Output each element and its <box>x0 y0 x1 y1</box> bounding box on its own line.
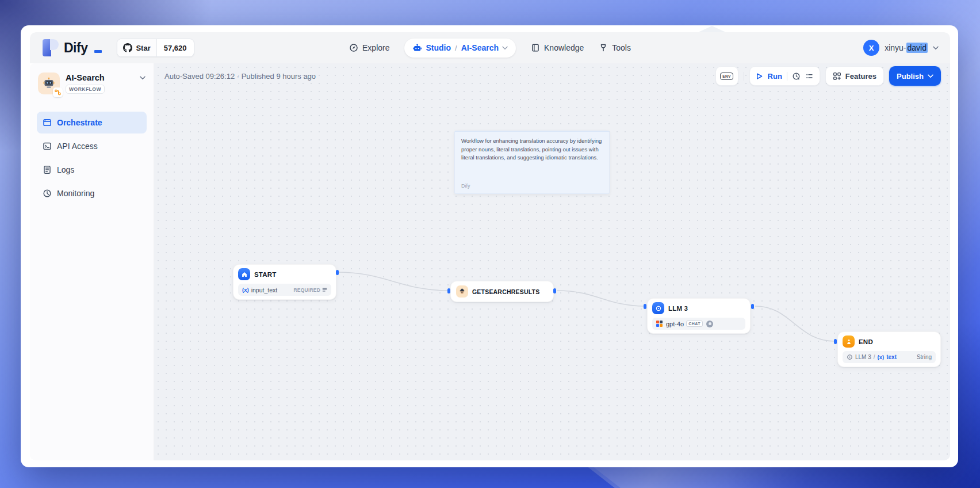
model-settings-icon <box>706 321 713 327</box>
nav-knowledge-label: Knowledge <box>544 43 584 52</box>
sidebar-item-logs[interactable]: Logs <box>37 159 147 181</box>
nav-studio-active[interactable]: Studio / AI-Search <box>404 39 516 58</box>
logo-underscore <box>94 50 102 53</box>
llm-model-row: gpt-4o CHAT <box>652 318 745 330</box>
node-llm-3[interactable]: LLM 3 gpt-4o CHAT <box>647 298 751 334</box>
checklist-icon[interactable] <box>805 72 814 81</box>
canvas-toolbar: Auto-Saved 09:26:12 · Published 9 hours … <box>154 63 950 89</box>
env-variables-button[interactable]: ENV <box>715 66 738 86</box>
run-button[interactable]: Run <box>768 72 782 81</box>
app-window: Dify Star 57,620 Explore <box>21 25 958 467</box>
account-menu[interactable]: X xinyu-david <box>863 32 939 63</box>
workflow-type-icon <box>53 87 63 97</box>
chevron-down-icon <box>928 74 933 78</box>
github-icon <box>123 43 132 52</box>
dify-logo[interactable]: Dify <box>43 39 102 56</box>
port-tool-out[interactable] <box>553 288 556 293</box>
ref-node-icon <box>847 354 853 360</box>
output-type: String <box>917 354 932 360</box>
variable-icon: (x) <box>242 287 249 293</box>
sidebar-item-label: API Access <box>57 142 98 151</box>
star-label: Star <box>136 44 150 52</box>
toolbar-divider <box>744 72 744 81</box>
required-label: REQUIRED <box>294 287 320 293</box>
run-history-icon[interactable] <box>792 72 801 81</box>
llm-node-icon <box>652 302 664 314</box>
chevron-down-icon <box>933 46 939 50</box>
monitoring-gauge-icon <box>43 189 52 198</box>
node-title: END <box>859 338 873 345</box>
model-name: gpt-4o <box>666 321 684 327</box>
edge-llm-to-end <box>755 306 835 341</box>
node-title: GETSEARCHRESULTS <box>472 288 539 295</box>
sidebar-item-label: Orchestrate <box>57 118 102 127</box>
breadcrumb-separator: / <box>455 44 457 52</box>
chevron-down-icon <box>502 46 508 50</box>
run-button-group: Run <box>749 66 820 86</box>
port-llm-in[interactable] <box>644 304 646 309</box>
sidebar-item-monitoring[interactable]: Monitoring <box>37 182 147 204</box>
env-icon: ENV <box>720 73 733 80</box>
sidebar-item-label: Monitoring <box>57 189 94 198</box>
orchestrate-icon <box>43 118 52 127</box>
variable-icon: (x) <box>878 354 885 360</box>
features-button[interactable]: Features <box>825 66 884 86</box>
explore-icon <box>349 43 358 52</box>
model-mode-badge: CHAT <box>686 321 703 327</box>
username: xinyu-david <box>885 43 928 52</box>
autosave-status: Auto-Saved 09:26:12 · Published 9 hours … <box>164 72 316 81</box>
app-switcher[interactable]: AI-Search WORKFLOW <box>30 70 154 94</box>
port-tool-in[interactable] <box>447 288 450 293</box>
node-getsearchresults[interactable]: GETSEARCHRESULTS <box>450 281 554 302</box>
node-end[interactable]: END LLM 3 / (x) text String <box>837 331 941 367</box>
nav-knowledge[interactable]: Knowledge <box>531 43 584 52</box>
left-sidebar: AI-Search WORKFLOW Orchestrate API Acces <box>30 63 154 460</box>
nav-explore-label: Explore <box>362 43 389 52</box>
breadcrumb-app-name[interactable]: AI-Search <box>461 43 499 52</box>
edge-start-to-tool <box>337 272 449 291</box>
app-icon <box>38 73 60 94</box>
github-star-button[interactable]: Star 57,620 <box>117 39 194 57</box>
node-title: LLM 3 <box>668 305 688 312</box>
workflow-canvas[interactable]: Auto-Saved 09:26:12 · Published 9 hours … <box>154 63 950 460</box>
knowledge-book-icon <box>531 43 540 52</box>
features-label: Features <box>845 72 876 81</box>
ref-separator: / <box>874 354 875 360</box>
api-terminal-icon <box>43 142 52 151</box>
nav-tools[interactable]: Tools <box>599 43 631 52</box>
play-icon[interactable] <box>756 73 763 80</box>
publish-label: Publish <box>897 72 924 81</box>
port-llm-out[interactable] <box>751 304 754 309</box>
sidebar-item-label: Logs <box>57 165 74 174</box>
start-node-icon <box>238 268 250 280</box>
sidebar-item-orchestrate[interactable]: Orchestrate <box>37 112 147 134</box>
app-type-badge: WORKFLOW <box>66 85 105 94</box>
nav-tools-label: Tools <box>612 43 631 52</box>
ref-node-name: LLM 3 <box>855 354 871 360</box>
sidebar-menu: Orchestrate API Access Logs Monitor <box>30 112 154 204</box>
canvas-note[interactable]: Workflow for enhancing translation accur… <box>454 131 610 194</box>
port-end-in[interactable] <box>834 339 837 344</box>
studio-robot-icon <box>412 43 422 53</box>
text-lines-icon <box>322 287 327 292</box>
username-selected-text: david <box>906 43 928 53</box>
chevron-down-icon[interactable] <box>140 76 146 80</box>
main-nav: Explore Studio / AI-Search Knowledge <box>349 32 631 63</box>
publish-button[interactable]: Publish <box>889 66 941 86</box>
avatar: X <box>863 40 879 56</box>
node-title: START <box>254 271 276 278</box>
end-output-row: LLM 3 / (x) text String <box>843 351 936 363</box>
port-start-out[interactable] <box>336 270 339 275</box>
edge-tool-to-llm <box>557 291 645 306</box>
ref-variable: text <box>886 354 897 360</box>
desktop-background: Dify Star 57,620 Explore <box>0 0 980 488</box>
star-count: 57,620 <box>157 44 194 52</box>
model-provider-icon <box>656 321 663 327</box>
tools-icon <box>599 43 608 52</box>
top-header: Dify Star 57,620 Explore <box>30 32 950 63</box>
node-start[interactable]: START (x) input_text REQUIRED <box>233 264 336 300</box>
note-text: Workflow for enhancing translation accur… <box>461 137 603 162</box>
logo-text: Dify <box>64 40 87 56</box>
nav-explore[interactable]: Explore <box>349 43 389 52</box>
sidebar-item-api-access[interactable]: API Access <box>37 135 147 157</box>
